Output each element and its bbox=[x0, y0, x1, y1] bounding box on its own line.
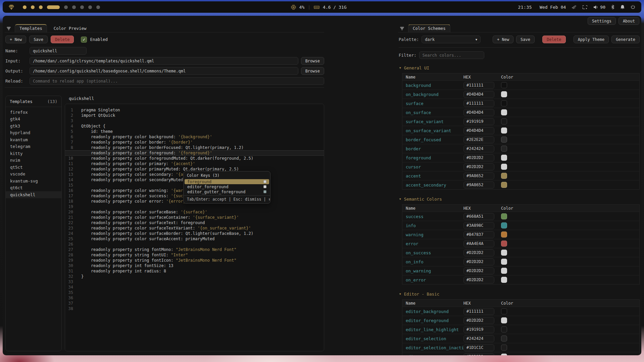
color-swatch[interactable] bbox=[501, 317, 507, 323]
gem-logo-icon[interactable] bbox=[9, 5, 14, 10]
template-new-button[interactable]: + New bbox=[5, 36, 26, 43]
color-swatch[interactable] bbox=[501, 268, 507, 274]
workspace-empty[interactable] bbox=[80, 5, 84, 9]
color-swatch[interactable] bbox=[501, 326, 507, 332]
color-name[interactable]: editor_foreground bbox=[406, 318, 463, 323]
color-swatch[interactable] bbox=[501, 91, 507, 97]
hex-input[interactable]: #2E2E2E bbox=[463, 136, 494, 143]
bluetooth-icon[interactable] bbox=[611, 5, 614, 9]
template-save-button[interactable]: Save bbox=[29, 36, 48, 43]
color-swatch[interactable] bbox=[501, 82, 507, 88]
hex-input[interactable]: #111111 bbox=[463, 100, 494, 107]
hex-input[interactable]: #B47837 bbox=[463, 231, 494, 238]
collapse-triangle-icon[interactable]: ▼ bbox=[399, 293, 401, 296]
color-swatch[interactable] bbox=[501, 182, 507, 188]
color-name[interactable]: on_error bbox=[406, 277, 463, 282]
color-swatch[interactable] bbox=[501, 231, 507, 238]
color-swatch[interactable] bbox=[501, 118, 507, 124]
bell-icon[interactable] bbox=[620, 5, 625, 9]
list-item[interactable]: gtk3 bbox=[6, 122, 61, 130]
color-swatch[interactable] bbox=[501, 259, 507, 265]
color-name[interactable]: warning bbox=[406, 232, 463, 237]
color-swatch[interactable] bbox=[501, 137, 507, 143]
list-item[interactable]: kitty bbox=[6, 150, 61, 157]
workspace-empty[interactable] bbox=[72, 5, 76, 9]
color-swatch[interactable] bbox=[501, 127, 507, 134]
apply-theme-button[interactable]: Apply Theme bbox=[574, 36, 609, 43]
color-name[interactable]: on_background bbox=[406, 92, 463, 97]
hex-input[interactable]: #242424 bbox=[463, 145, 494, 152]
color-swatch[interactable] bbox=[501, 250, 507, 256]
color-name[interactable]: on_warning bbox=[406, 268, 463, 273]
input-browse-button[interactable]: Browse bbox=[301, 57, 324, 65]
hex-input[interactable]: #9A8652 bbox=[463, 182, 494, 189]
color-swatch[interactable] bbox=[501, 345, 507, 351]
color-name[interactable]: border_focused bbox=[406, 137, 463, 142]
wind-icon[interactable] bbox=[572, 5, 577, 9]
color-name[interactable]: success bbox=[406, 214, 463, 219]
workspace-empty[interactable] bbox=[96, 5, 100, 9]
hex-input[interactable]: #111111 bbox=[463, 308, 494, 315]
code-editor[interactable]: 1pragma Singleton2import QtQuick34QtObje… bbox=[65, 104, 324, 351]
color-name[interactable]: on_surface bbox=[406, 110, 463, 115]
color-search-input[interactable] bbox=[419, 51, 484, 59]
workspace-empty[interactable] bbox=[64, 5, 68, 9]
hex-input[interactable]: #191919 bbox=[463, 118, 494, 125]
screen-record-icon[interactable] bbox=[582, 5, 588, 9]
name-input[interactable] bbox=[30, 47, 87, 55]
color-swatch[interactable] bbox=[501, 354, 507, 355]
hex-input[interactable]: #D2D2D2 bbox=[463, 258, 494, 265]
hex-input[interactable]: #668A51 bbox=[463, 213, 494, 220]
workspace-active[interactable] bbox=[47, 5, 60, 9]
color-name[interactable]: editor_line_highlight bbox=[406, 327, 463, 332]
hex-input[interactable]: #3A898C bbox=[463, 222, 494, 229]
power-icon[interactable] bbox=[631, 5, 635, 9]
collapse-triangle-icon[interactable]: ▼ bbox=[399, 198, 401, 201]
hex-input[interactable]: #D2D2D2 bbox=[463, 154, 494, 161]
hex-input[interactable]: #D2D2D2 bbox=[463, 163, 494, 170]
color-swatch[interactable] bbox=[501, 222, 507, 228]
hex-input[interactable]: #D2D2D2 bbox=[463, 353, 494, 356]
color-name[interactable]: cursor bbox=[406, 164, 463, 169]
hex-input[interactable]: #D2D2D2 bbox=[463, 317, 494, 324]
about-button[interactable]: About bbox=[618, 17, 639, 25]
color-swatch[interactable] bbox=[501, 164, 507, 170]
generate-button[interactable]: Generate bbox=[611, 36, 640, 43]
section-header[interactable]: ▼Editor - Basic bbox=[399, 292, 640, 297]
color-name[interactable]: editor_cursor bbox=[406, 354, 463, 356]
list-item[interactable]: kvantum-svg bbox=[6, 177, 61, 185]
hex-input[interactable]: #D2D2D2 bbox=[463, 249, 494, 256]
list-item[interactable]: nvim bbox=[6, 157, 61, 164]
popup-item-editor_gutter_foreground[interactable]: editor_gutter_foreground bbox=[185, 189, 269, 194]
color-name[interactable]: surface bbox=[406, 101, 463, 106]
color-name[interactable]: on_info bbox=[406, 259, 463, 264]
tab-color-preview[interactable]: Color Preview bbox=[49, 24, 91, 32]
hex-input[interactable]: #AA4E4A bbox=[463, 240, 494, 247]
workspace-occupied[interactable] bbox=[31, 5, 35, 9]
workspace-occupied[interactable] bbox=[23, 5, 27, 9]
hex-input[interactable]: #D2D2D2 bbox=[463, 276, 494, 283]
list-item[interactable]: kvantum bbox=[6, 136, 61, 143]
list-item[interactable]: gtk4 bbox=[6, 116, 61, 123]
hex-input[interactable]: #D4D4D4 bbox=[463, 109, 494, 116]
palette-delete-button[interactable]: Delete bbox=[542, 36, 565, 43]
color-swatch[interactable] bbox=[501, 213, 507, 219]
color-swatch[interactable] bbox=[501, 241, 507, 247]
enabled-checkbox[interactable]: ✓ bbox=[81, 37, 87, 43]
list-item[interactable]: qt5ct bbox=[6, 164, 61, 171]
hex-input[interactable]: #D4D4D4 bbox=[463, 127, 494, 134]
output-browse-button[interactable]: Browse bbox=[301, 67, 324, 75]
hex-input[interactable]: #111111 bbox=[463, 82, 494, 89]
popup-item-editor_foreground[interactable]: editor_foreground bbox=[185, 184, 269, 189]
color-name[interactable]: on_success bbox=[406, 250, 463, 255]
hex-input[interactable]: #1D1C1C bbox=[463, 344, 494, 351]
color-swatch[interactable] bbox=[501, 155, 507, 161]
settings-button[interactable]: Settings bbox=[588, 17, 616, 25]
color-name[interactable]: accent_secondary bbox=[406, 183, 463, 188]
color-swatch[interactable] bbox=[501, 100, 507, 106]
section-header[interactable]: ▼General UI bbox=[399, 65, 640, 70]
reload-command-input[interactable] bbox=[30, 77, 324, 85]
section-header[interactable]: ▼Semantic Colors bbox=[399, 197, 640, 202]
color-swatch[interactable] bbox=[501, 308, 507, 314]
popup-item-foreground[interactable]: foreground bbox=[185, 179, 269, 184]
